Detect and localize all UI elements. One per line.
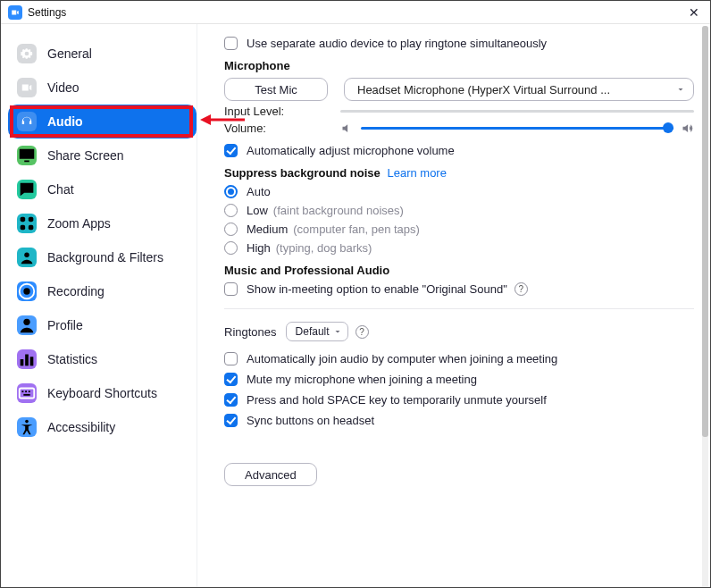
sidebar-item-video[interactable]: Video xyxy=(8,71,197,105)
sidebar-item-label: General xyxy=(47,46,92,61)
mic-device-dropdown[interactable]: Headset Microphone (HyperX Virtual Surro… xyxy=(344,78,694,101)
label-original-sound: Show in-meeting option to enable "Origin… xyxy=(247,282,507,296)
checkbox-auto-adjust[interactable] xyxy=(224,144,238,157)
chevron-down-icon xyxy=(675,84,686,97)
help-icon[interactable]: ? xyxy=(514,282,528,296)
ringtones-label: Ringtones xyxy=(224,325,277,339)
sidebar-item-label: Accessibility xyxy=(47,420,115,434)
sidebar-item-statistics[interactable]: Statistics xyxy=(8,342,197,376)
label-auto-join: Automatically join audio by computer whe… xyxy=(247,352,557,365)
radio-high[interactable] xyxy=(224,241,238,255)
label-low: Low xyxy=(247,204,268,217)
checkbox-auto-join[interactable] xyxy=(224,352,238,365)
ringtones-select[interactable]: Default xyxy=(286,322,348,341)
sidebar-item-chat[interactable]: Chat xyxy=(8,172,197,206)
svg-rect-13 xyxy=(25,391,27,392)
gear-icon xyxy=(17,44,37,63)
apps-icon xyxy=(17,214,37,233)
sidebar: General Video Audio Share Screen Chat Zo… xyxy=(1,24,197,587)
svg-rect-11 xyxy=(20,389,35,399)
profile-icon xyxy=(17,315,37,335)
sidebar-item-keyboard[interactable]: Keyboard Shortcuts xyxy=(8,376,197,410)
sidebar-item-label: Zoom Apps xyxy=(47,216,111,231)
close-icon[interactable]: ✕ xyxy=(685,4,703,21)
divider xyxy=(224,308,694,309)
checkbox-sync-headset[interactable] xyxy=(224,414,238,427)
radio-auto[interactable] xyxy=(224,185,238,198)
volume-label: Volume: xyxy=(224,122,340,135)
advanced-button[interactable]: Advanced xyxy=(224,463,317,486)
sidebar-item-accessibility[interactable]: Accessibility xyxy=(8,410,197,444)
keyboard-icon xyxy=(17,383,37,403)
sidebar-item-general[interactable]: General xyxy=(8,37,197,71)
sidebar-item-profile[interactable]: Profile xyxy=(8,308,197,342)
svg-rect-9 xyxy=(25,355,29,366)
label-auto-adjust: Automatically adjust microphone volume xyxy=(247,144,455,157)
svg-rect-3 xyxy=(29,225,34,231)
volume-slider[interactable] xyxy=(361,127,673,130)
checkbox-mute-join[interactable] xyxy=(224,373,238,386)
learn-more-link[interactable]: Learn more xyxy=(387,166,446,180)
svg-point-6 xyxy=(23,288,29,294)
label-space-unmute: Press and hold SPACE key to temporarily … xyxy=(247,393,547,407)
hint-high: (typing, dog barks) xyxy=(276,241,372,255)
sidebar-item-share-screen[interactable]: Share Screen xyxy=(8,139,197,172)
svg-point-4 xyxy=(24,253,29,258)
volume-thumb[interactable] xyxy=(663,122,673,133)
heading-suppress: Suppress background noise Learn more xyxy=(224,166,694,180)
label-medium: Medium xyxy=(247,223,288,236)
sidebar-item-label: Chat xyxy=(47,182,74,197)
test-mic-button[interactable]: Test Mic xyxy=(224,78,328,101)
sidebar-item-label: Statistics xyxy=(47,352,97,366)
radio-medium[interactable] xyxy=(224,223,238,236)
sidebar-item-label: Recording xyxy=(47,284,105,298)
heading-music: Music and Professional Audio xyxy=(224,264,694,277)
checkbox-separate-device[interactable] xyxy=(224,37,238,50)
scrollbar-thumb[interactable] xyxy=(702,26,708,437)
svg-rect-1 xyxy=(29,217,34,223)
recording-icon xyxy=(17,281,37,301)
svg-point-16 xyxy=(25,420,29,424)
label-mute-join: Mute my microphone when joining a meetin… xyxy=(247,373,477,386)
sidebar-item-zoom-apps[interactable]: Zoom Apps xyxy=(8,206,197,240)
ringtones-value: Default xyxy=(296,325,330,338)
sidebar-item-label: Video xyxy=(47,80,79,95)
input-level-label: Input Level: xyxy=(224,105,340,118)
sidebar-item-label: Audio xyxy=(47,114,83,129)
svg-rect-0 xyxy=(21,217,26,223)
svg-rect-2 xyxy=(21,225,26,231)
accessibility-icon xyxy=(17,417,37,437)
sidebar-item-background[interactable]: Background & Filters xyxy=(8,240,197,274)
label-sync-headset: Sync buttons on headset xyxy=(247,414,374,427)
sidebar-item-label: Keyboard Shortcuts xyxy=(47,386,157,400)
sidebar-item-label: Background & Filters xyxy=(47,250,163,265)
svg-rect-8 xyxy=(21,359,24,365)
label-auto: Auto xyxy=(247,185,271,198)
headphones-icon xyxy=(17,112,37,131)
label-high: High xyxy=(247,241,271,255)
speaker-high-icon xyxy=(681,122,694,135)
chevron-down-icon xyxy=(332,326,343,340)
hint-low: (faint background noises) xyxy=(273,204,404,217)
svg-point-7 xyxy=(23,319,29,325)
chat-icon xyxy=(17,180,37,199)
checkbox-space-unmute[interactable] xyxy=(224,393,238,407)
sidebar-item-recording[interactable]: Recording xyxy=(8,274,197,308)
content-panel: Use separate audio device to play ringto… xyxy=(197,24,710,587)
checkbox-original-sound[interactable] xyxy=(224,282,238,296)
help-icon[interactable]: ? xyxy=(356,325,369,339)
sidebar-item-audio[interactable]: Audio xyxy=(8,105,197,139)
camera-icon xyxy=(17,78,37,97)
svg-rect-14 xyxy=(29,391,30,392)
hint-medium: (computer fan, pen taps) xyxy=(293,223,420,236)
heading-microphone: Microphone xyxy=(224,59,694,72)
input-level-meter xyxy=(340,110,694,113)
svg-rect-10 xyxy=(30,357,34,365)
mic-device-value: Headset Microphone (HyperX Virtual Surro… xyxy=(357,83,610,97)
share-screen-icon xyxy=(17,146,37,165)
background-icon xyxy=(17,248,37,267)
app-icon xyxy=(8,5,22,20)
window-title: Settings xyxy=(28,6,66,19)
radio-low[interactable] xyxy=(224,204,238,217)
titlebar: Settings ✕ xyxy=(1,1,710,24)
